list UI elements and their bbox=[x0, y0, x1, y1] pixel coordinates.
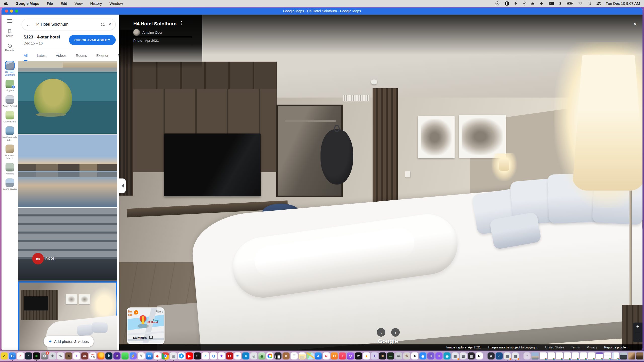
check-availability-button[interactable]: CHECK AVAILABILITY bbox=[69, 35, 116, 45]
r-app-icon[interactable]: R bbox=[476, 352, 483, 359]
zoom-window-button[interactable] bbox=[15, 10, 18, 13]
next-photo-button[interactable]: › bbox=[391, 328, 400, 337]
tab-videos[interactable]: Videos bbox=[56, 50, 67, 61]
status-meter-icon[interactable] bbox=[505, 1, 509, 6]
firefox-icon[interactable] bbox=[97, 352, 104, 359]
library-app-icon[interactable]: ♟ bbox=[488, 352, 495, 359]
help-window-icon[interactable]: ? bbox=[524, 352, 531, 359]
status-input-icon[interactable]: :* bbox=[549, 2, 554, 5]
recent-place-rennes[interactable]: Rennes bbox=[2, 163, 18, 175]
news-icon[interactable]: N bbox=[323, 352, 330, 359]
minimized-window-doc-icon[interactable] bbox=[564, 352, 571, 359]
webcam-app-icon[interactable]: ◉ bbox=[444, 352, 451, 359]
diagnostics-icon[interactable]: ✚ bbox=[49, 352, 56, 359]
quicktime-icon[interactable]: Q bbox=[210, 352, 217, 359]
mini-map[interactable]: Barnge ▾ Ritterq Aare H4 Hotel Solothurn bbox=[128, 308, 164, 343]
app-store-icon[interactable]: A bbox=[315, 352, 322, 359]
status-bluetooth-icon[interactable] bbox=[559, 2, 562, 6]
minimized-window-doc-icon[interactable] bbox=[588, 352, 595, 359]
panorama-photo[interactable] bbox=[119, 15, 642, 350]
feather-app-icon[interactable]: ✒ bbox=[234, 352, 241, 359]
status-wifi-icon[interactable] bbox=[578, 2, 583, 5]
contacts-icon[interactable]: ☻ bbox=[283, 352, 290, 359]
menu-view[interactable]: View bbox=[74, 1, 83, 6]
home-app-icon[interactable]: ⌂ bbox=[496, 352, 503, 359]
status-usb-icon[interactable] bbox=[522, 1, 526, 6]
minimized-window-sheet-icon[interactable] bbox=[604, 352, 611, 359]
waveform-app-icon[interactable]: ||| bbox=[435, 352, 442, 359]
photo-thumbnail-sunset[interactable] bbox=[18, 134, 117, 207]
photo-author-row[interactable]: Antoine Ober bbox=[133, 29, 163, 36]
minimized-window-photo-icon[interactable] bbox=[620, 352, 627, 359]
printer-black-icon[interactable]: ▦ bbox=[468, 352, 475, 359]
recent-place-oxfordshire[interactable]: Oxfordshire bbox=[2, 111, 18, 123]
recent-place-bormes-les-[interactable]: Bormes-les-… bbox=[2, 145, 18, 160]
status-eject-icon[interactable] bbox=[531, 2, 535, 5]
minimize-window-button[interactable] bbox=[10, 10, 13, 13]
printer-2-icon[interactable]: ▤ bbox=[504, 352, 511, 359]
o-app-icon[interactable]: O bbox=[427, 352, 434, 359]
gimp-icon[interactable]: ✎ bbox=[403, 352, 410, 359]
recent-place-virginia[interactable]: 2Virginia bbox=[2, 80, 18, 92]
fax-app-icon[interactable]: ▥ bbox=[460, 352, 467, 359]
minimized-window-doc-icon[interactable] bbox=[556, 352, 563, 359]
recent-place-h4-hotel-solothurn[interactable]: H4 Hotel Solothurn bbox=[2, 61, 18, 76]
back-arrow-icon[interactable]: ← bbox=[26, 22, 31, 27]
zoom-out-button[interactable]: − bbox=[636, 336, 639, 341]
clear-search-icon[interactable]: × bbox=[108, 22, 111, 27]
status-battery-icon[interactable] bbox=[567, 2, 573, 5]
zinio-icon[interactable]: Z bbox=[17, 352, 24, 359]
tab-all[interactable]: All bbox=[24, 50, 28, 61]
apple-tv-icon[interactable]: tv bbox=[355, 352, 362, 359]
font-book-icon[interactable]: Aa bbox=[395, 352, 402, 359]
menu-history[interactable]: History bbox=[90, 1, 102, 6]
status-flash-icon[interactable] bbox=[514, 1, 517, 6]
kebab-menu-icon[interactable]: ⋮ bbox=[179, 21, 184, 25]
chrome-icon[interactable] bbox=[162, 352, 169, 359]
hamburger-menu-icon[interactable] bbox=[7, 19, 12, 23]
add-photos-button[interactable]: + Add photos & videos bbox=[44, 336, 94, 347]
recent-place-14408-ny-90[interactable]: 14408 NY-90 bbox=[2, 178, 18, 191]
garageband-icon[interactable] bbox=[274, 352, 281, 359]
previous-photo-button[interactable]: ‹ bbox=[377, 328, 385, 337]
editor-icon[interactable]: ✎ bbox=[57, 352, 64, 359]
star-app-icon[interactable]: ★ bbox=[218, 352, 225, 359]
minimized-window-photo-icon[interactable] bbox=[532, 352, 539, 359]
tab-latest[interactable]: Latest bbox=[37, 50, 47, 61]
minimized-window-doc-icon[interactable] bbox=[540, 352, 547, 359]
status-spotlight-icon[interactable] bbox=[588, 2, 591, 5]
terminal-icon[interactable]: >_ bbox=[194, 352, 201, 359]
recent-place-zurich-airport[interactable]: Zurich Airport bbox=[2, 95, 18, 108]
podcasts-icon[interactable]: ◎ bbox=[347, 352, 354, 359]
green-terminal-icon[interactable]: ▬ bbox=[387, 352, 394, 359]
minimized-window-doc-icon[interactable] bbox=[612, 352, 619, 359]
menu-bar-clock[interactable]: Tue Dec 10 9:07 AM bbox=[606, 1, 640, 6]
printer-1-icon[interactable]: ▤ bbox=[452, 352, 459, 359]
privacy-link[interactable]: Privacy bbox=[587, 346, 597, 349]
minimized-window-photo-icon[interactable] bbox=[628, 352, 635, 359]
minimized-window-doc-icon[interactable] bbox=[548, 352, 555, 359]
fonts-app-icon[interactable]: Aa bbox=[81, 352, 88, 359]
terms-link[interactable]: Terms bbox=[571, 346, 580, 349]
status-control-center-icon[interactable] bbox=[596, 2, 601, 5]
mail-icon[interactable]: ✉ bbox=[146, 352, 153, 359]
collapse-panel-handle[interactable] bbox=[119, 178, 126, 193]
filezilla-icon[interactable]: FZ bbox=[226, 352, 233, 359]
disc-burner-icon[interactable]: ◎ bbox=[250, 352, 257, 359]
active-app-name[interactable]: Google Maps bbox=[16, 1, 39, 6]
text-editor-icon[interactable]: ✎ bbox=[138, 352, 145, 359]
vinyl-app-icon[interactable] bbox=[379, 352, 386, 359]
xquartz-icon[interactable]: X bbox=[411, 352, 418, 359]
sidebar-item-recents[interactable]: Recents bbox=[5, 43, 14, 52]
preview-icon[interactable]: ▣ bbox=[170, 352, 177, 359]
messages-icon[interactable]: … bbox=[122, 352, 129, 359]
menu-window[interactable]: Window bbox=[109, 1, 123, 6]
photos-icon[interactable] bbox=[266, 352, 273, 359]
youtube-icon[interactable]: ▶ bbox=[186, 352, 193, 359]
wizard-app-icon[interactable]: ✦ bbox=[371, 352, 378, 359]
minimized-window-sheet-icon[interactable] bbox=[596, 352, 603, 359]
apple-menu-icon[interactable] bbox=[4, 2, 8, 6]
google-maps-icon[interactable]: ◆ bbox=[154, 352, 161, 359]
photo-thumbnail-river[interactable] bbox=[18, 61, 117, 134]
books-icon[interactable]: ⊓ bbox=[331, 352, 338, 359]
